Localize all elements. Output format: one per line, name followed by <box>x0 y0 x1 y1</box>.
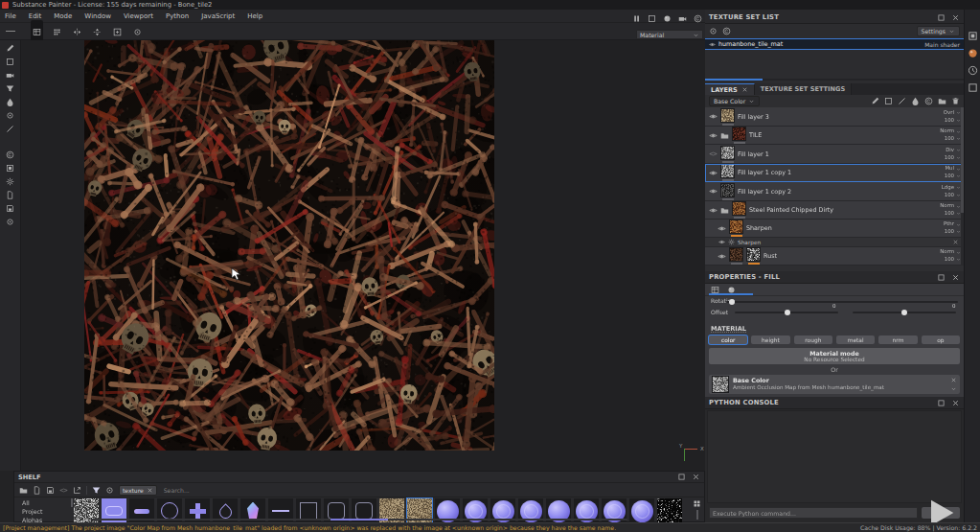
resource-row[interactable]: Base Color Ambient Occlusion Map from Me… <box>709 375 960 394</box>
new-file-icon[interactable] <box>33 486 41 495</box>
chevron-down-icon[interactable] <box>950 385 957 392</box>
blend-mode-dropdown[interactable]: Ovrl <box>944 109 961 117</box>
float-panel-icon[interactable] <box>677 473 686 481</box>
blend-mode-dropdown[interactable]: Norm <box>940 248 961 256</box>
opacity-dropdown[interactable]: 100 <box>945 192 961 199</box>
polygon-fill-tool[interactable] <box>6 84 14 93</box>
clone-stamp-tool[interactable] <box>6 111 14 120</box>
layer-effect-row[interactable]: Sharpen <box>705 238 964 247</box>
menu-edit[interactable]: Edit <box>29 12 42 20</box>
render-icon[interactable] <box>694 14 702 23</box>
folder-icon[interactable] <box>19 486 28 495</box>
shelf-thumb-black-noise-texture[interactable] <box>657 498 682 523</box>
layer-row[interactable]: Fill layer 1 copy 2Ldge 100 <box>705 182 964 201</box>
menu-mode[interactable]: Mode <box>54 12 72 20</box>
eye-off-icon[interactable] <box>709 150 718 158</box>
symmetry-settings-icon[interactable] <box>31 20 43 42</box>
opacity-dropdown[interactable]: 100 <box>945 154 961 162</box>
quick-mask-icon[interactable] <box>6 150 14 159</box>
pl-badge-icon[interactable] <box>6 191 14 199</box>
layer-row[interactable]: SharpenPthr 100 <box>705 220 964 238</box>
pause-icon[interactable] <box>632 14 641 23</box>
settings-icon[interactable] <box>6 218 14 226</box>
eye-icon[interactable] <box>709 112 718 121</box>
collapse-all-icon[interactable] <box>722 27 731 35</box>
layer-row[interactable]: Fill layer 3Ovrl 100 <box>705 107 964 127</box>
eye-icon[interactable] <box>718 239 725 245</box>
channel-button-nrm[interactable]: nrm <box>878 335 917 344</box>
hide-icon[interactable] <box>59 486 68 495</box>
categories-scrollbar[interactable] <box>71 498 73 507</box>
float-panel-icon[interactable] <box>937 13 946 22</box>
thumbs-scrollbar[interactable] <box>696 510 698 520</box>
sync-icon[interactable] <box>105 486 114 495</box>
material-mode-box[interactable]: Material mode No Resource Selected <box>709 348 960 364</box>
eraser-tool[interactable] <box>6 58 14 66</box>
display-mode-dropdown[interactable]: Material <box>636 30 703 39</box>
category-project[interactable]: Project <box>22 507 74 516</box>
blend-mode-dropdown[interactable]: Div <box>946 147 961 154</box>
import-resource-icon[interactable] <box>73 486 81 495</box>
close-panel-icon[interactable] <box>692 473 700 481</box>
viewport-2d[interactable]: X Y <box>21 40 705 471</box>
shelf-search-input[interactable] <box>162 486 252 495</box>
shader-ball-icon[interactable] <box>968 48 978 58</box>
opacity-dropdown[interactable]: 100 <box>945 173 961 180</box>
clear-resource-icon[interactable] <box>950 377 957 383</box>
add-smart-material-icon[interactable] <box>924 97 933 105</box>
eye-icon[interactable] <box>718 252 726 261</box>
close-panel-icon[interactable] <box>951 13 960 22</box>
menu-python[interactable]: Python <box>166 12 189 20</box>
menu-help[interactable]: Help <box>247 12 262 20</box>
shelf-scrollbar[interactable] <box>91 519 627 520</box>
remove-tag-icon[interactable] <box>147 487 153 494</box>
eye-icon[interactable] <box>709 187 718 196</box>
lazy-mouse-grid-icon[interactable] <box>51 20 63 42</box>
layer-row[interactable]: Steel Painted Chipped DirtyNorm 100 <box>705 201 964 220</box>
rotation-slider[interactable] <box>726 301 958 303</box>
offset-x-slider[interactable] <box>735 312 838 313</box>
texture-set-settings-button[interactable]: Settings <box>917 26 960 36</box>
camera-icon[interactable] <box>678 14 687 23</box>
menu-javascript[interactable]: JavaScript <box>201 12 235 20</box>
opacity-dropdown[interactable]: 100 <box>945 210 961 218</box>
dock-toggle-icon[interactable] <box>968 82 978 93</box>
focus-frame-icon[interactable] <box>111 20 124 42</box>
blend-mode-dropdown[interactable]: Ldge <box>942 184 961 192</box>
menu-file[interactable]: File <box>5 12 16 20</box>
add-paint-layer-icon[interactable] <box>911 97 920 105</box>
opacity-dropdown[interactable]: 100 <box>945 228 961 236</box>
material-picker-tool[interactable] <box>6 125 14 133</box>
resources-icon[interactable] <box>6 204 14 213</box>
python-command-input[interactable] <box>709 507 918 519</box>
channel-filter-dropdown[interactable]: Base Color <box>709 96 760 106</box>
tab-layers[interactable]: LAYERS <box>705 83 755 95</box>
layer-row[interactable]: RustNorm 100 <box>705 247 964 266</box>
effects-icon[interactable] <box>6 177 14 186</box>
layer-row[interactable]: TILENorm 100 <box>705 127 964 145</box>
shelf-thumb-normal-sphere-8[interactable] <box>629 498 654 523</box>
expand-all-icon[interactable] <box>709 27 718 35</box>
float-panel-icon[interactable] <box>937 399 946 407</box>
texture-set-item[interactable]: humanbone_tile_mat Main shader <box>705 38 964 50</box>
blend-mode-dropdown[interactable]: Norm <box>940 127 961 135</box>
close-panel-icon[interactable] <box>951 399 960 407</box>
blend-mode-dropdown[interactable]: Mul <box>945 165 961 173</box>
channel-button-op[interactable]: op <box>922 335 960 344</box>
projection-tool[interactable] <box>6 71 14 80</box>
eye-icon[interactable] <box>709 131 718 140</box>
add-effect-icon[interactable] <box>898 97 906 105</box>
eye-icon[interactable] <box>709 169 718 177</box>
blend-mode-dropdown[interactable]: Norm <box>940 202 961 210</box>
run-command-button[interactable] <box>922 507 960 519</box>
eye-icon[interactable] <box>718 224 726 233</box>
channel-button-color[interactable]: color <box>709 335 747 344</box>
tab-texture-set-settings[interactable]: TEXTURE SET SETTINGS <box>755 83 852 95</box>
offset-y-slider[interactable] <box>853 312 956 313</box>
channel-button-rough[interactable]: rough <box>794 335 832 344</box>
layer-row[interactable]: Fill layer 1Div 100 <box>705 145 964 164</box>
add-fill-layer-icon[interactable] <box>884 97 893 105</box>
geometry-mask-icon[interactable] <box>6 164 14 173</box>
paint-brush-tool[interactable] <box>6 44 14 53</box>
blend-mode-dropdown[interactable]: Pthr <box>944 220 961 228</box>
